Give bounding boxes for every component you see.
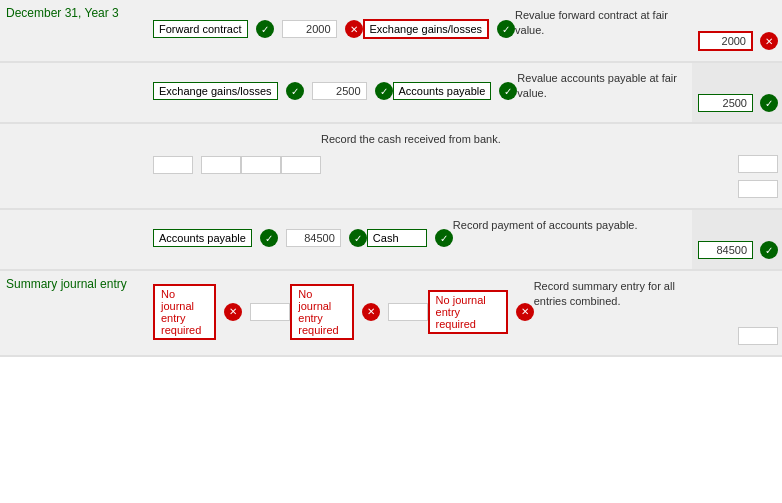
exchange-gains-debit-row: Exchange gains/losses ✓ 2500 ✓ bbox=[153, 69, 393, 113]
accounts-payable-debit-amount[interactable]: 84500 bbox=[286, 229, 341, 247]
cash-received-credit-account-2[interactable] bbox=[281, 156, 321, 174]
no-entry-box-2[interactable]: No journal entry required bbox=[290, 284, 353, 340]
cash-received-credit-amount-2[interactable] bbox=[738, 180, 778, 198]
accounts-payable-check-icon-1[interactable]: ✓ bbox=[499, 82, 517, 100]
cash-credit-amount-row: 84500 ✓ bbox=[698, 241, 778, 259]
cash-received-credit-account-1[interactable] bbox=[241, 156, 281, 174]
cash-account[interactable]: Cash bbox=[367, 229, 427, 247]
no-entry-box-1[interactable]: No journal entry required bbox=[153, 284, 216, 340]
accounts-payable-check-icon-2[interactable]: ✓ bbox=[260, 229, 278, 247]
forward-contract-check-icon[interactable]: ✓ bbox=[256, 20, 274, 38]
accounts-payable-credit-amount-row: 2500 ✓ bbox=[698, 94, 778, 112]
cash-received-debit-amount[interactable] bbox=[201, 156, 241, 174]
no-entry-credit-amount[interactable] bbox=[738, 327, 778, 345]
cash-received-credit-amount-1[interactable] bbox=[738, 155, 778, 173]
accounts-payable-credit-row: Accounts payable ✓ bbox=[393, 69, 518, 113]
exchange-gains-credit-amount-1[interactable]: 2000 bbox=[698, 31, 753, 51]
summary-label: Summary journal entry bbox=[0, 271, 145, 356]
cash-credit-row: Cash ✓ bbox=[367, 216, 453, 260]
cash-received-debit-account[interactable] bbox=[153, 156, 193, 174]
cash-check-icon[interactable]: ✓ bbox=[435, 229, 453, 247]
payment-right-amounts: 84500 ✓ bbox=[692, 210, 782, 270]
exchange-gains-x-icon-1[interactable]: ✕ bbox=[760, 32, 778, 50]
cash-received-credit-row-1 bbox=[241, 130, 281, 199]
no-entry-x-icon-2[interactable]: ✕ bbox=[362, 303, 380, 321]
accounts-payable-account-2[interactable]: Accounts payable bbox=[153, 229, 252, 247]
section1-right-amounts: 2000 ✕ bbox=[692, 0, 782, 62]
accounts-payable-debit-check[interactable]: ✓ bbox=[349, 229, 367, 247]
payment-content: Accounts payable ✓ 84500 ✓ Cash ✓ Record… bbox=[145, 210, 692, 270]
forward-contract-x-icon[interactable]: ✕ bbox=[345, 20, 363, 38]
cash-received-right-amounts bbox=[692, 124, 782, 209]
exchange-gains-account-2[interactable]: Exchange gains/losses bbox=[153, 82, 278, 100]
cash-received-credit-row-2 bbox=[281, 130, 321, 199]
summary-right-amounts bbox=[692, 271, 782, 356]
no-entry-box-3[interactable]: No journal entry required bbox=[428, 290, 508, 334]
section2-content: Exchange gains/losses ✓ 2500 ✓ Accounts … bbox=[145, 63, 692, 123]
section1-content: Forward contract ✓ 2000 ✕ Exchange gains… bbox=[145, 0, 692, 62]
no-entry-row-2: No journal entry required ✕ bbox=[290, 277, 427, 346]
cash-credit-check[interactable]: ✓ bbox=[760, 241, 778, 259]
no-entry-x-icon-3[interactable]: ✕ bbox=[516, 303, 534, 321]
accounts-payable-credit-amount[interactable]: 2500 bbox=[698, 94, 753, 112]
exchange-gains-check-icon-1[interactable]: ✓ bbox=[497, 20, 515, 38]
no-entry-row-1: No journal entry required ✕ bbox=[153, 277, 290, 346]
no-entry-credit-amount-row bbox=[738, 327, 778, 345]
cash-received-content: Record the cash received from bank. bbox=[145, 124, 692, 209]
section2-label bbox=[0, 63, 145, 123]
no-entry-amount-1[interactable] bbox=[250, 303, 290, 321]
section-date-label: December 31, Year 3 bbox=[0, 0, 145, 62]
payment-label bbox=[0, 210, 145, 270]
cash-received-label bbox=[0, 124, 145, 209]
exchange-gains-debit-amount[interactable]: 2500 bbox=[312, 82, 367, 100]
forward-contract-account[interactable]: Forward contract bbox=[153, 20, 248, 38]
accounts-payable-credit-check[interactable]: ✓ bbox=[760, 94, 778, 112]
no-entry-amount-2[interactable] bbox=[388, 303, 428, 321]
no-entry-row-3: No journal entry required ✕ bbox=[428, 277, 534, 346]
accounts-payable-account-1[interactable]: Accounts payable bbox=[393, 82, 492, 100]
accounts-payable-description-1: Revalue accounts payable at fairvalue. bbox=[517, 71, 677, 112]
exchange-gains-check-icon-2[interactable]: ✓ bbox=[286, 82, 304, 100]
cash-received-debit-row bbox=[153, 130, 241, 199]
forward-contract-debit-amount[interactable]: 2000 bbox=[282, 20, 337, 38]
no-entry-x-icon-1[interactable]: ✕ bbox=[224, 303, 242, 321]
exchange-gains-credit-amount-row-1: 2000 ✕ bbox=[698, 31, 778, 51]
exchange-gains-debit-check-icon[interactable]: ✓ bbox=[375, 82, 393, 100]
exchange-gains-account-1[interactable]: Exchange gains/losses bbox=[363, 19, 490, 39]
forward-contract-debit-row: Forward contract ✓ 2000 ✕ bbox=[153, 6, 363, 52]
cash-received-description: Record the cash received from bank. bbox=[321, 132, 501, 198]
exchange-gains-credit-row-1: Exchange gains/losses ✓ bbox=[363, 6, 516, 52]
forward-contract-description: Revalue forward contract at fairvalue. bbox=[515, 8, 668, 51]
summary-content: No journal entry required ✕ No journal e… bbox=[145, 271, 692, 356]
accounts-payable-debit-row: Accounts payable ✓ 84500 ✓ bbox=[153, 216, 367, 260]
section2-right-amounts: 2500 ✓ bbox=[692, 63, 782, 123]
cash-credit-amount[interactable]: 84500 bbox=[698, 241, 753, 259]
summary-description: Record summary entry for all entries com… bbox=[534, 279, 684, 345]
payment-description: Record payment of accounts payable. bbox=[453, 218, 638, 259]
